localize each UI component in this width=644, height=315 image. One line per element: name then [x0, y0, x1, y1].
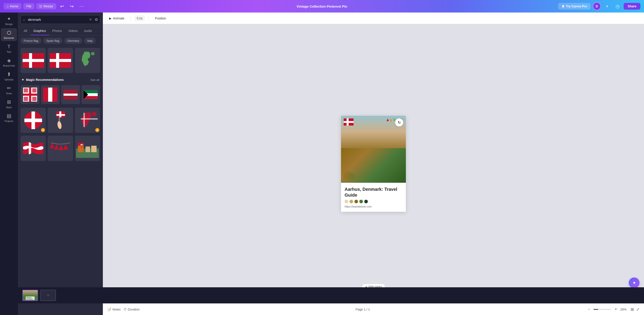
magic-icon: ✦ — [22, 78, 24, 81]
see-all-button[interactable]: See all — [90, 78, 99, 81]
sidebar-item-elements[interactable]: ⬡ Elements — [1, 28, 17, 41]
try-pro-button[interactable]: ♛ Try Canva Pro — [558, 3, 590, 9]
elements-icon: ⬡ — [7, 30, 11, 36]
food-icon — [343, 171, 357, 180]
fullscreen-button[interactable]: ⤢ — [636, 307, 640, 312]
svg-rect-24 — [24, 119, 42, 122]
home-button[interactable]: ⌂ Home — [4, 3, 22, 9]
add-page-button[interactable]: + — [40, 290, 56, 301]
denmark-town-icon — [76, 138, 99, 159]
sidebar-item-projects[interactable]: ▤ Projects — [1, 111, 17, 124]
toolbar-divider — [130, 16, 131, 21]
list-item[interactable] — [48, 48, 73, 73]
denmark-flag-variant-icon — [50, 52, 71, 69]
svg-rect-12 — [32, 97, 36, 101]
list-item[interactable] — [41, 85, 60, 104]
filter-chips: France flag Spain flag Germany Italy — [18, 35, 103, 46]
refresh-button[interactable]: ↻ — [395, 118, 403, 126]
file-button[interactable]: File — [23, 3, 35, 9]
svg-rect-11 — [24, 97, 28, 101]
search-filter-button[interactable]: ⚙ — [94, 17, 98, 22]
card-images — [341, 116, 406, 183]
latvia-flag-icon — [64, 88, 78, 102]
tab-photos[interactable]: Photos — [49, 27, 65, 35]
svg-rect-30 — [56, 114, 65, 116]
more-button[interactable]: ⋯ — [78, 2, 86, 10]
avatar[interactable]: D — [593, 2, 601, 10]
food-overlay — [343, 171, 357, 181]
list-item[interactable]: ♛ — [75, 108, 100, 133]
grid-view-button[interactable]: ⊞ — [630, 307, 634, 312]
list-item[interactable] — [75, 136, 100, 161]
list-item[interactable] — [20, 136, 46, 161]
list-item[interactable] — [75, 48, 100, 73]
canva-ai-button[interactable]: ✦ — [629, 278, 640, 288]
chip-italy[interactable]: Italy — [84, 38, 96, 44]
list-item[interactable] — [61, 85, 80, 104]
result-grid-top — [20, 48, 100, 73]
zoom-out-button[interactable]: − — [586, 306, 592, 313]
notes-bar-center: Page 1 / 1 — [356, 308, 370, 311]
undo-button[interactable]: ↩ — [58, 2, 66, 10]
search-bar: ⌕ ✕ ⚙ — [18, 12, 103, 27]
denmark-bunting-icon — [49, 138, 72, 159]
crown-icon: ♛ — [562, 4, 564, 8]
canvas-toolbar: ▶ Animate 5.0s Position — [103, 12, 644, 24]
redo-button[interactable]: ↪ — [68, 2, 76, 10]
card-title: Aarhus, Denmark: Travel Guide — [344, 186, 402, 198]
svg-rect-9 — [24, 88, 28, 92]
chip-spain-flag[interactable]: Spain flag — [43, 38, 62, 44]
position-button[interactable]: Position — [152, 15, 169, 21]
search-clear-button[interactable]: ✕ — [89, 17, 92, 22]
tab-videos[interactable]: Videos — [65, 27, 81, 35]
page-number: 1 — [30, 298, 31, 300]
results-area: ✦ Magic Recommendations See all — [18, 46, 103, 315]
svg-rect-15 — [52, 88, 57, 102]
zoom-in-button[interactable]: + — [613, 306, 619, 313]
denmark-grunge-map-icon — [77, 110, 98, 130]
topbar: ⌂ Home File ⊡ Resize ↩ ↪ ⋯ Vintage Colle… — [0, 0, 644, 12]
document-title: Vintage Collection Pinterest Pin — [89, 4, 554, 8]
color-dot-4 — [359, 200, 363, 203]
svg-rect-43 — [91, 146, 96, 152]
search-input[interactable] — [21, 15, 100, 24]
duration-button[interactable]: ⏱ Duration — [124, 308, 140, 311]
list-item[interactable] — [82, 85, 100, 104]
magic-recommendations-header: ✦ Magic Recommendations See all — [20, 76, 100, 84]
share-button[interactable]: Share — [624, 3, 640, 9]
list-item[interactable] — [20, 48, 46, 73]
list-item[interactable] — [48, 108, 73, 133]
list-item[interactable] — [48, 136, 73, 161]
tab-graphics[interactable]: Graphics — [30, 27, 49, 35]
add-collaborator-button[interactable]: + — [603, 2, 611, 10]
sidebar-item-text[interactable]: T Text — [1, 42, 17, 55]
svg-point-31 — [57, 121, 62, 130]
svg-rect-14 — [48, 88, 52, 102]
georgia-flag-icon — [23, 88, 37, 102]
time-display: 5.0s — [134, 15, 145, 21]
notes-icon: 📝 — [107, 308, 111, 311]
sidebar-item-draw[interactable]: ✏ Draw — [1, 83, 17, 96]
notes-button[interactable]: 📝 Notes — [107, 308, 121, 311]
resize-button[interactable]: ⊡ Resize — [36, 3, 56, 9]
svg-rect-47 — [80, 144, 84, 145]
svg-marker-37 — [64, 144, 68, 149]
denmark-map-icon — [77, 50, 98, 71]
zoom-level: 26% — [620, 308, 628, 311]
chip-germany[interactable]: Germany — [64, 38, 82, 44]
home-icon: ⌂ — [7, 4, 8, 8]
list-item[interactable]: ♛ — [20, 108, 46, 133]
sidebar-item-design[interactable]: ✦ Design — [1, 14, 17, 27]
sidebar-item-uploads[interactable]: ⬆ Uploads — [1, 70, 17, 83]
chip-france-flag[interactable]: France flag — [20, 38, 41, 44]
notes-bar-right: − + 26% ⊞ ⤢ — [586, 306, 640, 313]
page-thumbnail[interactable]: Aarhus, Denmark... 1 — [22, 290, 38, 301]
color-dots — [344, 200, 402, 203]
sidebar-item-brand-hub[interactable]: ◈ Brand Hub — [1, 56, 17, 69]
list-item[interactable] — [20, 85, 40, 104]
sidebar-item-apps[interactable]: ⊞ Apps — [1, 97, 17, 110]
activity-button[interactable]: ◷ — [613, 2, 622, 10]
tab-audio[interactable]: Audio — [81, 27, 95, 35]
animate-button[interactable]: ▶ Animate — [106, 15, 127, 21]
tab-all[interactable]: All — [20, 27, 30, 35]
